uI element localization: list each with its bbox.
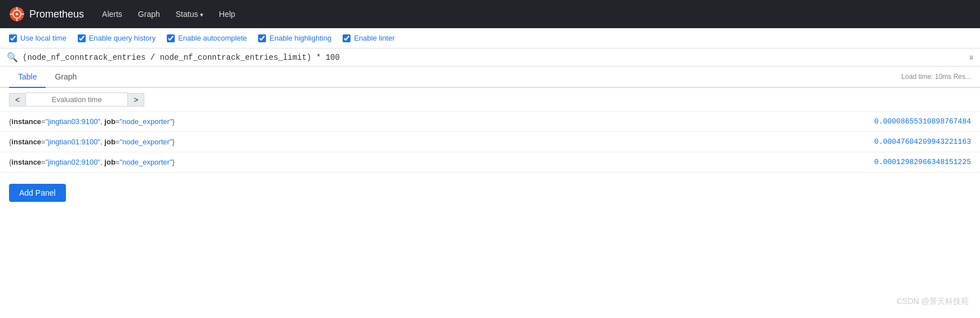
checkbox-enable-query-history[interactable]: Enable query history — [78, 34, 156, 42]
search-input[interactable] — [23, 53, 965, 62]
table-cell-label: {instance="jingtian01:9100", job="node_e… — [0, 132, 603, 152]
navbar-brand-label: Prometheus — [29, 8, 84, 20]
tab-load-info: Load time: 10ms Res... — [902, 73, 971, 81]
checkbox-enable-linter-input[interactable] — [343, 34, 351, 42]
search-icon: 🔍 — [7, 52, 18, 63]
svg-point-2 — [16, 13, 18, 15]
search-right-icon[interactable]: ≡ — [969, 54, 973, 61]
navbar-link-alerts[interactable]: Alerts — [95, 5, 129, 23]
checkbox-enable-highlighting-label: Enable highlighting — [269, 34, 331, 42]
checkbox-use-local-time-label: Use local time — [20, 34, 66, 42]
tabs: Table Graph — [9, 67, 86, 87]
checkbox-use-local-time[interactable]: Use local time — [9, 34, 66, 42]
checkbox-enable-linter-label: Enable linter — [354, 34, 394, 42]
table-cell-label: {instance="jingtian02:9100", job="node_e… — [0, 152, 603, 173]
checkbox-enable-autocomplete[interactable]: Enable autocomplete — [167, 34, 247, 42]
table-cell-label: {instance="jingtian03:9100", job="node_e… — [0, 112, 603, 132]
checkbox-enable-query-history-input[interactable] — [78, 34, 86, 42]
checkbox-enable-query-history-label: Enable query history — [89, 34, 156, 42]
eval-prev-button[interactable]: < — [9, 93, 26, 107]
table-row: {instance="jingtian02:9100", job="node_e… — [0, 152, 980, 173]
table-cell-value: 0.00008655310898767484 — [603, 112, 980, 132]
tab-graph[interactable]: Graph — [46, 67, 86, 88]
checkbox-use-local-time-input[interactable] — [9, 34, 17, 42]
toolbar: Use local time Enable query history Enab… — [0, 28, 980, 48]
navbar-link-status[interactable]: Status — [169, 5, 210, 23]
data-table: {instance="jingtian03:9100", job="node_e… — [0, 112, 980, 173]
add-panel-button[interactable]: Add Panel — [9, 184, 66, 202]
table-row: {instance="jingtian03:9100", job="node_e… — [0, 112, 980, 132]
table-row: {instance="jingtian01:9100", job="node_e… — [0, 132, 980, 152]
checkbox-enable-linter[interactable]: Enable linter — [343, 34, 394, 42]
search-bar: 🔍 ≡ — [0, 48, 980, 67]
tab-table[interactable]: Table — [9, 67, 46, 88]
checkbox-enable-autocomplete-label: Enable autocomplete — [178, 34, 247, 42]
navbar-link-graph[interactable]: Graph — [131, 5, 167, 23]
navbar-brand[interactable]: Prometheus — [9, 6, 84, 22]
tab-bar: Table Graph Load time: 10ms Res... — [0, 67, 980, 88]
prometheus-logo-icon — [9, 6, 25, 22]
content-area: < > {instance="jingtian03:9100", job="no… — [0, 88, 980, 313]
checkbox-enable-highlighting-input[interactable] — [258, 34, 266, 42]
navbar-link-help[interactable]: Help — [212, 5, 242, 23]
eval-next-button[interactable]: > — [127, 93, 144, 107]
eval-time-input[interactable] — [26, 92, 127, 107]
checkbox-enable-highlighting[interactable]: Enable highlighting — [258, 34, 331, 42]
table-cell-value: 0.00047604209943221163 — [603, 132, 980, 152]
navbar: Prometheus Alerts Graph Status Help — [0, 0, 980, 28]
table-cell-value: 0.00012982966348151225 — [603, 152, 980, 173]
eval-row: < > — [0, 88, 980, 112]
navbar-links: Alerts Graph Status Help — [95, 10, 242, 19]
checkbox-enable-autocomplete-input[interactable] — [167, 34, 175, 42]
